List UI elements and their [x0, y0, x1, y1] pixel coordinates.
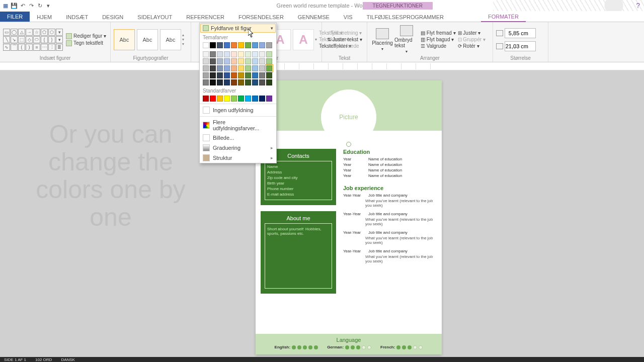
tab-file[interactable]: FILER — [0, 12, 30, 22]
color-swatch[interactable] — [238, 51, 244, 57]
color-swatch[interactable] — [245, 51, 251, 57]
texture-fill-item[interactable]: Struktur — [200, 153, 276, 163]
tab-addins[interactable]: TILFØJELSESPROGRAMMER — [360, 13, 451, 22]
color-swatch[interactable] — [266, 79, 272, 85]
color-swatch[interactable] — [245, 58, 251, 64]
color-swatch[interactable] — [224, 51, 230, 57]
wordart-swatch[interactable]: A — [293, 29, 314, 50]
help-icon[interactable]: ? — [636, 2, 640, 10]
undo-icon[interactable]: ↶ — [19, 2, 26, 9]
align-button[interactable]: ⊞ Juster ▾ — [458, 30, 486, 36]
color-swatch[interactable] — [245, 79, 251, 85]
color-swatch[interactable] — [266, 42, 272, 48]
color-swatch[interactable] — [224, 65, 230, 71]
language-footer[interactable]: Language English:German:French: — [256, 334, 442, 354]
shapes-gallery[interactable]: ▭◯△→☆⬠⬡▾ ╲↘⬚◇⬭{}▾ ∿⌒()≡⋯⋮≣ — [3, 29, 63, 51]
color-swatch[interactable] — [224, 42, 230, 48]
color-swatch[interactable] — [231, 42, 237, 48]
color-swatch[interactable] — [210, 72, 216, 78]
color-swatch[interactable] — [266, 51, 272, 57]
color-swatch[interactable] — [224, 96, 230, 102]
color-swatch[interactable] — [238, 72, 244, 78]
color-swatch[interactable] — [203, 65, 209, 71]
redo-icon[interactable]: ↷ — [28, 2, 35, 9]
rotate-button[interactable]: ⟳ Rotér ▾ — [458, 43, 486, 49]
color-swatch[interactable] — [252, 72, 258, 78]
color-swatch[interactable] — [245, 96, 251, 102]
tab-layout[interactable]: SIDELAYOUT — [130, 13, 179, 22]
color-swatch[interactable] — [231, 79, 237, 85]
color-swatch[interactable] — [259, 79, 265, 85]
style-swatch[interactable]: Abc — [137, 29, 158, 50]
color-swatch[interactable] — [217, 72, 223, 78]
header-band[interactable]: Picture — [256, 80, 442, 131]
color-swatch[interactable] — [238, 96, 244, 102]
send-backward-button[interactable]: ▥ Flyt bagud ▾ — [421, 37, 456, 42]
color-swatch[interactable] — [252, 96, 258, 102]
color-swatch[interactable] — [203, 96, 209, 102]
repeat-icon[interactable]: ↻ — [36, 2, 43, 9]
tab-insert[interactable]: INDSÆT — [59, 13, 95, 22]
picture-placeholder[interactable]: Picture — [321, 89, 376, 145]
position-button[interactable]: Placering▾ — [370, 28, 394, 51]
color-swatch[interactable] — [245, 65, 251, 71]
color-swatch[interactable] — [238, 65, 244, 71]
color-swatch[interactable] — [231, 58, 237, 64]
width-input[interactable] — [505, 41, 536, 51]
color-swatch[interactable] — [224, 58, 230, 64]
language-status[interactable]: DANSK — [61, 357, 75, 362]
color-swatch[interactable] — [259, 96, 265, 102]
create-link-button[interactable]: ↪ Opret kæde — [327, 43, 362, 49]
no-fill-item[interactable]: Ingen udfyldning — [200, 105, 276, 115]
color-swatch[interactable] — [231, 72, 237, 78]
height-input[interactable] — [505, 28, 536, 38]
color-swatch[interactable] — [210, 58, 216, 64]
color-swatch[interactable] — [252, 42, 258, 48]
color-swatch[interactable] — [203, 42, 209, 48]
bring-forward-button[interactable]: ▤ Flyt fremad ▾ — [421, 30, 456, 36]
wrap-text-button[interactable]: Ombryd tekst▾ — [394, 25, 419, 54]
color-swatch[interactable] — [259, 42, 265, 48]
color-swatch[interactable] — [252, 51, 258, 57]
color-swatch[interactable] — [210, 42, 216, 48]
color-swatch[interactable] — [203, 51, 209, 57]
color-swatch[interactable] — [231, 65, 237, 71]
gallery-up-icon[interactable]: ▴ — [182, 33, 188, 37]
tab-format[interactable]: FORMATÉR — [481, 12, 526, 22]
style-swatch[interactable]: Abc — [160, 29, 181, 50]
color-swatch[interactable] — [238, 58, 244, 64]
color-swatch[interactable] — [266, 65, 272, 71]
textbox-button[interactable]: Tegn tekstfelt — [66, 40, 106, 46]
page-status[interactable]: SIDE 1 AF 1 — [4, 357, 26, 362]
align-text-button[interactable]: ⇅ Juster tekst ▾ — [327, 37, 362, 42]
color-swatch[interactable] — [259, 51, 265, 57]
color-swatch[interactable] — [252, 58, 258, 64]
color-swatch[interactable] — [259, 58, 265, 64]
color-swatch[interactable] — [252, 79, 258, 85]
color-swatch[interactable] — [231, 51, 237, 57]
tab-view[interactable]: VIS — [337, 13, 360, 22]
color-swatch[interactable] — [217, 51, 223, 57]
about-card[interactable]: About me Short about yourself: Hobbies, … — [261, 211, 336, 294]
color-swatch[interactable] — [252, 65, 258, 71]
qat-more-icon[interactable]: ▾ — [45, 2, 52, 9]
picture-fill-item[interactable]: Billede... — [200, 133, 276, 143]
color-swatch[interactable] — [231, 96, 237, 102]
color-swatch[interactable] — [210, 96, 216, 102]
tab-references[interactable]: REFERENCER — [179, 13, 231, 22]
color-swatch[interactable] — [203, 79, 209, 85]
more-colors-item[interactable]: Flere udfyldningsfarver... — [200, 118, 276, 133]
tab-review[interactable]: GENNEMSE — [291, 13, 337, 22]
tab-home[interactable]: HJEM — [30, 13, 59, 22]
gallery-down-icon[interactable]: ▾ — [182, 37, 188, 42]
color-swatch[interactable] — [210, 79, 216, 85]
color-swatch[interactable] — [224, 79, 230, 85]
text-direction-button[interactable]: ↕ Tekstretning ▾ — [327, 30, 362, 36]
color-swatch[interactable] — [210, 65, 216, 71]
color-swatch[interactable] — [217, 96, 223, 102]
gallery-more-icon[interactable]: ▾ — [182, 42, 188, 46]
color-swatch[interactable] — [259, 65, 265, 71]
color-swatch[interactable] — [224, 72, 230, 78]
color-swatch[interactable] — [266, 72, 272, 78]
color-swatch[interactable] — [238, 42, 244, 48]
